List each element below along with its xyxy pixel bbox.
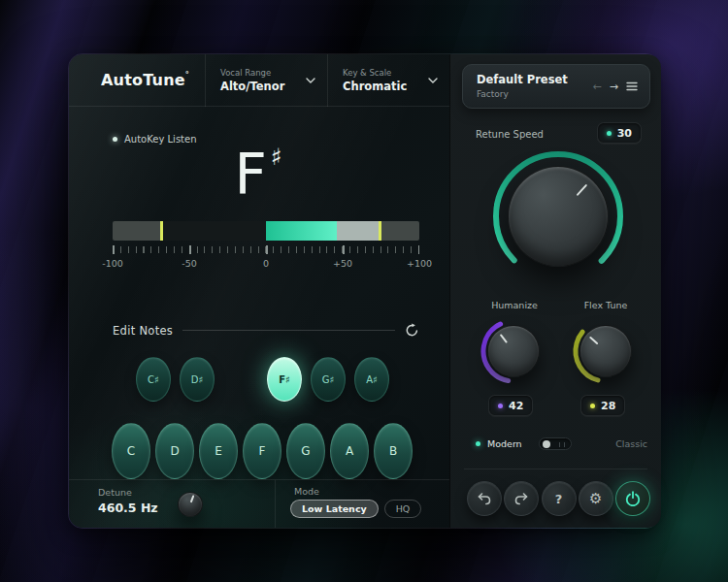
pitch-correction-meter: [113, 221, 419, 241]
key-scale-value: Chromatic: [343, 80, 428, 93]
humanize-value-chip[interactable]: 42: [488, 395, 533, 416]
note-label: A: [346, 444, 353, 458]
preset-name: Default Preset: [477, 73, 568, 86]
meter-major-tick: [343, 245, 345, 254]
mode-low-latency-button[interactable]: Low Latency: [290, 500, 379, 518]
mode-hq-button[interactable]: HQ: [384, 500, 422, 518]
note-button-f-sharp[interactable]: F♯: [267, 357, 302, 402]
meter-tick-label: -100: [102, 258, 123, 269]
humanize-label: Humanize: [476, 300, 553, 310]
purple-dot-icon: [498, 404, 503, 408]
meter-tick-label: +50: [333, 258, 352, 269]
vocal-range-dropdown[interactable]: Vocal Range Alto/Tenor: [206, 54, 327, 106]
left-footer: Detune 460.5 Hz Mode Low Latency HQ: [69, 479, 449, 528]
note-button-b[interactable]: B: [374, 423, 413, 479]
switch-ridge: [559, 442, 561, 447]
meter-tick-label: 0: [263, 258, 269, 269]
note-button-g[interactable]: G: [286, 423, 325, 479]
main-panel: AutoTune° Vocal Range Alto/Tenor Key & S…: [69, 54, 449, 528]
engine-mode-switch[interactable]: [539, 437, 572, 450]
note-label: D: [170, 444, 179, 458]
gear-icon: ⚙: [589, 490, 602, 507]
vocal-range-value: Alto/Tenor: [220, 80, 306, 93]
meter-major-tick: [113, 245, 115, 254]
power-icon: [625, 491, 641, 506]
settings-button[interactable]: ⚙: [579, 481, 613, 516]
detune-value: 460.5 Hz: [98, 501, 158, 515]
question-mark-icon: ?: [555, 492, 563, 506]
engine-mode-toggle-row: Modern Classic: [476, 437, 647, 450]
humanize-value: 42: [509, 400, 523, 412]
flex-tune-value-chip[interactable]: 28: [580, 395, 625, 416]
knob-indicator: [576, 183, 587, 196]
switch-ridge: [564, 442, 566, 447]
engine-classic-label[interactable]: Classic: [615, 438, 647, 449]
note-button-d-sharp[interactable]: D♯: [180, 357, 215, 402]
chevron-down-icon: [428, 78, 438, 83]
note-label: D♯: [191, 374, 204, 385]
retune-speed-value: 30: [617, 127, 632, 140]
meter-major-tick: [418, 245, 420, 254]
flex-tune-knob-assembly: [569, 314, 643, 388]
flex-tune-value: 28: [601, 400, 615, 412]
retune-speed-label: Retune Speed: [476, 129, 544, 140]
note-button-e[interactable]: E: [199, 423, 238, 479]
preset-type: Factory: [477, 89, 509, 99]
autotune-logo: AutoTune°: [69, 71, 205, 89]
mode-selector: Low Latency HQ: [290, 500, 421, 518]
humanize-knob[interactable]: [487, 325, 540, 377]
meter-segment-active: [266, 221, 337, 241]
knob-indicator: [190, 495, 195, 502]
meter-marker-right: [379, 221, 381, 241]
note-button-a-sharp[interactable]: A♯: [354, 357, 389, 402]
power-button[interactable]: [615, 481, 650, 516]
redo-button[interactable]: [504, 481, 539, 516]
plugin-header: AutoTune° Vocal Range Alto/Tenor Key & S…: [69, 54, 449, 107]
detected-note-display: F♯: [69, 142, 449, 208]
preset-next-icon[interactable]: →: [610, 81, 618, 93]
note-button-g-sharp[interactable]: G♯: [311, 357, 346, 402]
note-label: F♯: [279, 374, 290, 385]
flex-tune-knob[interactable]: [579, 325, 632, 377]
note-label: C: [127, 444, 135, 458]
right-panel-divider: [464, 469, 647, 469]
preset-menu-icon[interactable]: [626, 81, 638, 91]
humanize-knob-assembly: [477, 314, 550, 388]
note-button-c-sharp[interactable]: C♯: [136, 357, 171, 402]
reset-notes-button[interactable]: [405, 323, 419, 338]
meter-segment-dark: [162, 221, 266, 241]
detune-knob[interactable]: [178, 492, 203, 517]
key-scale-text: Key & Scale Chromatic: [343, 68, 428, 93]
vocal-range-label: Vocal Range: [220, 68, 306, 78]
note-button-a[interactable]: A: [330, 423, 369, 479]
chevron-down-icon: [306, 78, 315, 83]
retune-speed-value-chip[interactable]: 30: [597, 122, 642, 144]
yellow-dot-icon: [590, 404, 595, 408]
help-button[interactable]: ?: [542, 481, 577, 516]
vocal-range-text: Vocal Range Alto/Tenor: [220, 68, 306, 93]
detected-note-letter: F: [235, 142, 269, 208]
note-label: A♯: [366, 374, 378, 385]
note-button-f[interactable]: F: [243, 423, 281, 479]
meter-scale-labels: -100 -50 0 +50 +100: [113, 258, 419, 270]
footer-divider: [275, 480, 276, 528]
note-button-d[interactable]: D: [155, 423, 194, 479]
engine-modern-label[interactable]: Modern: [487, 438, 522, 449]
desktop-background: AutoTune° Vocal Range Alto/Tenor Key & S…: [0, 0, 728, 582]
utility-button-row: ? ⚙: [467, 481, 650, 516]
edit-notes-divider-line: [182, 330, 395, 331]
logo-text: AutoTune: [101, 71, 185, 89]
mode-label: Mode: [294, 486, 319, 497]
key-scale-dropdown[interactable]: Key & Scale Chromatic: [328, 54, 449, 106]
meter-tick-label: -50: [182, 258, 197, 269]
meter-major-tick: [266, 245, 268, 254]
retune-speed-knob[interactable]: [508, 166, 609, 267]
knob-indicator: [500, 334, 508, 343]
logo-registered-mark: °: [185, 71, 189, 80]
preset-bar[interactable]: Default Preset Factory ← →: [462, 64, 650, 109]
preset-previous-icon[interactable]: ←: [593, 81, 602, 93]
detected-note-accidental: ♯: [271, 144, 284, 171]
undo-button[interactable]: [467, 481, 502, 516]
note-button-c[interactable]: C: [112, 423, 150, 479]
note-label: G♯: [322, 374, 335, 385]
